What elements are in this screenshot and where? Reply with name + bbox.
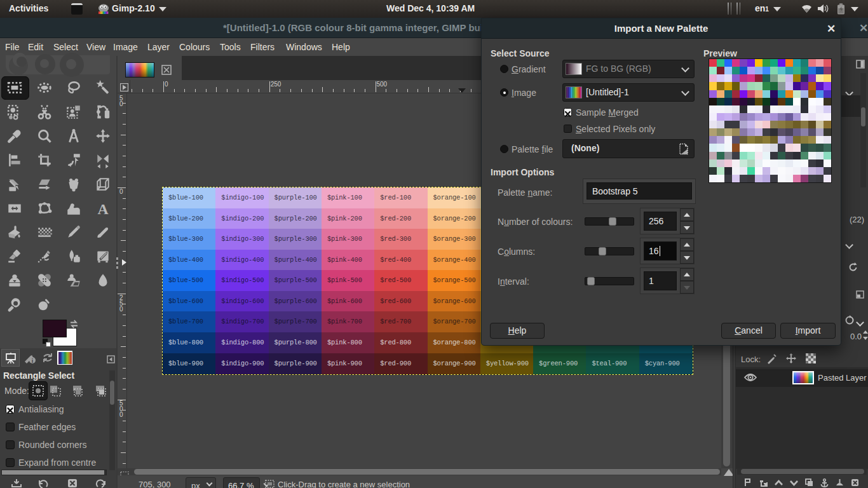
svg-text:A: A — [97, 201, 109, 217]
svg-text:i: i — [32, 358, 34, 364]
